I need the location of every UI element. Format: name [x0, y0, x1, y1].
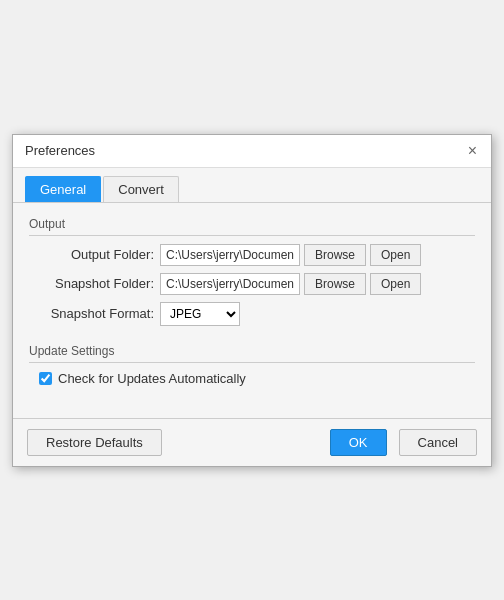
output-folder-browse-button[interactable]: Browse — [304, 244, 366, 266]
auto-update-label: Check for Updates Automatically — [58, 371, 246, 386]
content-area: Output Output Folder: Browse Open Snapsh… — [13, 203, 491, 418]
snapshot-folder-row: Snapshot Folder: Browse Open — [29, 273, 475, 295]
restore-defaults-button[interactable]: Restore Defaults — [27, 429, 162, 456]
snapshot-folder-open-button[interactable]: Open — [370, 273, 421, 295]
snapshot-folder-label: Snapshot Folder: — [39, 276, 154, 291]
footer-right-buttons: OK Cancel — [330, 429, 477, 456]
dialog-title: Preferences — [25, 143, 95, 158]
preferences-dialog: Preferences × General Convert Output Out… — [12, 134, 492, 467]
output-folder-open-button[interactable]: Open — [370, 244, 421, 266]
cancel-button[interactable]: Cancel — [399, 429, 477, 456]
output-folder-row: Output Folder: Browse Open — [29, 244, 475, 266]
snapshot-folder-input[interactable] — [160, 273, 300, 295]
output-folder-input[interactable] — [160, 244, 300, 266]
output-section-title: Output — [29, 217, 475, 236]
footer: Restore Defaults OK Cancel — [13, 418, 491, 466]
output-folder-label: Output Folder: — [39, 247, 154, 262]
update-section: Update Settings Check for Updates Automa… — [29, 344, 475, 386]
snapshot-format-label: Snapshot Format: — [39, 306, 154, 321]
output-section: Output Output Folder: Browse Open Snapsh… — [29, 217, 475, 326]
close-button[interactable]: × — [466, 143, 479, 159]
title-bar: Preferences × — [13, 135, 491, 168]
tab-general[interactable]: General — [25, 176, 101, 202]
auto-update-checkbox[interactable] — [39, 372, 52, 385]
auto-update-row: Check for Updates Automatically — [29, 371, 475, 386]
snapshot-format-row: Snapshot Format: JPEG PNG BMP — [29, 302, 475, 326]
ok-button[interactable]: OK — [330, 429, 387, 456]
tab-convert[interactable]: Convert — [103, 176, 179, 202]
snapshot-format-select[interactable]: JPEG PNG BMP — [160, 302, 240, 326]
update-section-title: Update Settings — [29, 344, 475, 363]
tab-bar: General Convert — [13, 168, 491, 203]
snapshot-folder-browse-button[interactable]: Browse — [304, 273, 366, 295]
